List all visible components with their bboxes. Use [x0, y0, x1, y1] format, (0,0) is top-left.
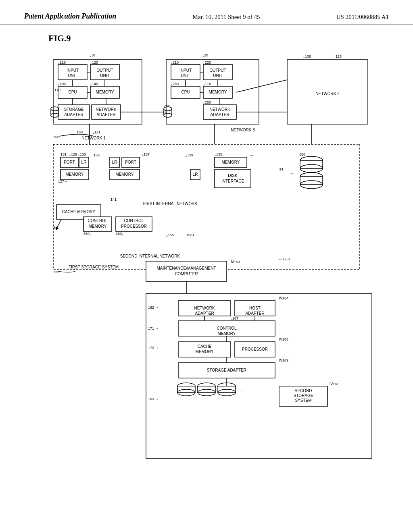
- svg-text:INTERFACE: INTERFACE: [221, 179, 244, 183]
- svg-text:MEMORY: MEMORY: [196, 349, 214, 354]
- svg-text:LR: LR: [193, 172, 198, 177]
- svg-text:ADAPTER: ADAPTER: [64, 112, 83, 117]
- svg-text:CACHE: CACHE: [197, 344, 211, 349]
- svg-text:260: 260: [164, 104, 170, 108]
- svg-text:LR: LR: [81, 160, 87, 164]
- svg-text:127 --: 127 --: [58, 179, 68, 183]
- svg-text:UNIT: UNIT: [181, 73, 190, 78]
- svg-text:HOST: HOST: [249, 306, 261, 310]
- svg-text:PROCESSOR: PROCESSOR: [242, 347, 268, 351]
- svg-text:-- 1251: -- 1251: [279, 257, 291, 261]
- svg-text:Ⅳ165: Ⅳ165: [279, 337, 288, 341]
- svg-text:Ⅳ161: Ⅳ161: [330, 382, 339, 386]
- svg-text:170: 170: [54, 88, 60, 92]
- svg-text:34: 34: [279, 167, 283, 171]
- svg-text:156: 156: [94, 153, 100, 157]
- svg-text:CACHE MEMORY: CACHE MEMORY: [62, 210, 96, 214]
- svg-text:SECOND: SECOND: [295, 389, 312, 393]
- svg-text:⌞133: ⌞133: [78, 152, 86, 156]
- svg-text:360⌞: 360⌞: [116, 232, 123, 236]
- svg-text:FIRST STORAGE SYSTEM: FIRST STORAGE SYSTEM: [69, 265, 119, 269]
- svg-text:UNIT: UNIT: [100, 73, 109, 78]
- svg-text:MEMORY: MEMORY: [218, 331, 236, 336]
- svg-text:163 →: 163 →: [148, 397, 159, 401]
- svg-text:NETWORK: NETWORK: [209, 107, 230, 112]
- svg-text:131: 131: [60, 152, 67, 156]
- page-header: Patent Application Publication Mar. 10, …: [0, 0, 413, 25]
- svg-text:⌞110: ⌞110: [58, 60, 66, 64]
- svg-text:171 →: 171 →: [148, 326, 159, 330]
- svg-text:MEMORY: MEMORY: [116, 172, 134, 177]
- svg-text:STORAGE: STORAGE: [294, 393, 313, 398]
- svg-text:PORT: PORT: [125, 160, 136, 164]
- svg-text:⌞108: ⌞108: [303, 54, 311, 58]
- diagram-svg: ⌞10 INPUT UNIT ⌞110 OUTPUT UNIT ⌞120 CPU…: [29, 48, 384, 471]
- svg-text:32: 32: [53, 226, 57, 230]
- svg-text:CPU: CPU: [68, 90, 77, 94]
- svg-text:⌞135: ⌞135: [215, 152, 222, 156]
- svg-text:Ⅳ153: Ⅳ153: [231, 260, 240, 264]
- svg-text:Ⅳ164: Ⅳ164: [279, 296, 288, 300]
- svg-text:162 →: 162 →: [148, 305, 159, 310]
- svg-text:MAINTENANCE/MANAGEMENT: MAINTENANCE/MANAGEMENT: [156, 266, 216, 270]
- svg-text:⌞137: ⌞137: [142, 152, 150, 156]
- svg-text:ADAPTER: ADAPTER: [195, 311, 214, 316]
- svg-text:⌞230: ⌞230: [171, 82, 179, 86]
- figure-label: FIG.9: [48, 33, 389, 44]
- svg-text:...: ...: [290, 170, 293, 175]
- svg-text:⌞120: ⌞120: [90, 60, 98, 64]
- svg-text:...: ...: [250, 152, 253, 156]
- svg-text:⌞10: ⌞10: [90, 53, 95, 57]
- svg-text:125: 125: [53, 270, 59, 274]
- svg-text:⌞210: ⌞210: [171, 60, 179, 64]
- svg-text:INPUT: INPUT: [67, 68, 79, 73]
- svg-text:MEMORY: MEMORY: [89, 224, 107, 229]
- svg-text:123: 123: [336, 54, 342, 58]
- publication-number: US 2011/0060885 A1: [336, 14, 389, 21]
- svg-text:OUTPUT: OUTPUT: [96, 68, 113, 73]
- svg-text:160: 160: [77, 130, 83, 134]
- svg-text:⌞116: ⌞116: [203, 82, 211, 86]
- svg-text:UNIT: UNIT: [213, 73, 222, 78]
- svg-text:MEMORY: MEMORY: [96, 90, 114, 94]
- svg-text:CONTROL: CONTROL: [124, 218, 144, 223]
- svg-text:ADAPTER: ADAPTER: [96, 112, 115, 117]
- svg-text:...: ...: [241, 388, 244, 392]
- svg-text:INPUT: INPUT: [179, 68, 192, 73]
- diagram-container: ⌞10 INPUT UNIT ⌞110 OUTPUT UNIT ⌞120 CPU…: [29, 48, 384, 472]
- svg-text:⌞103: ⌞103: [58, 82, 66, 86]
- svg-text:FIRST INTERNAL NETWORK: FIRST INTERNAL NETWORK: [143, 202, 198, 206]
- svg-text:DISK: DISK: [228, 173, 238, 178]
- svg-text:1561: 1561: [186, 233, 194, 237]
- svg-text:NETWORK 1: NETWORK 1: [81, 136, 106, 140]
- svg-text:OUTPUT: OUTPUT: [209, 68, 226, 73]
- svg-text:MEMORY: MEMORY: [209, 90, 227, 94]
- svg-text:⌞140: ⌞140: [90, 82, 98, 86]
- svg-text:141: 141: [111, 197, 117, 202]
- svg-text:COMPUTER: COMPUTER: [175, 272, 198, 276]
- svg-text:MEMORY: MEMORY: [222, 160, 240, 164]
- svg-text:ADAPTER: ADAPTER: [245, 311, 264, 316]
- svg-text:LR: LR: [112, 160, 117, 164]
- svg-text:⌞121: ⌞121: [93, 130, 100, 134]
- publication-title: Patent Application Publication: [24, 12, 116, 21]
- svg-text:NETWORK 2: NETWORK 2: [315, 91, 340, 96]
- svg-text:MEMORY: MEMORY: [66, 172, 84, 177]
- svg-text:⌞155: ⌞155: [166, 233, 174, 237]
- publication-date: Mar. 10, 2011 Sheet 9 of 45: [193, 14, 260, 21]
- svg-text:⌞250: ⌞250: [203, 100, 211, 104]
- svg-text:⌞129: ⌞129: [69, 152, 77, 156]
- svg-text:NETWORK 3: NETWORK 3: [231, 128, 255, 132]
- svg-text:⌞139: ⌞139: [186, 153, 193, 157]
- svg-text:156: 156: [299, 152, 305, 156]
- svg-text:ADAPTER: ADAPTER: [210, 112, 229, 117]
- main-content: FIG.9 ⌞10 INPUT UNIT ⌞110 OUTPUT UNIT ⌞1…: [0, 25, 413, 488]
- svg-text:Ⅳ169: Ⅳ169: [279, 358, 288, 362]
- svg-text:SECOND INTERNAL NETWORK: SECOND INTERNAL NETWORK: [120, 254, 180, 258]
- svg-text:CPU: CPU: [181, 90, 190, 94]
- svg-text:NETWORK: NETWORK: [96, 107, 116, 112]
- svg-text:350⌞: 350⌞: [83, 232, 91, 236]
- svg-text:⌞167: ⌞167: [231, 316, 238, 320]
- svg-text:SYSTEM: SYSTEM: [295, 398, 311, 403]
- svg-text:CONTROL: CONTROL: [217, 326, 237, 330]
